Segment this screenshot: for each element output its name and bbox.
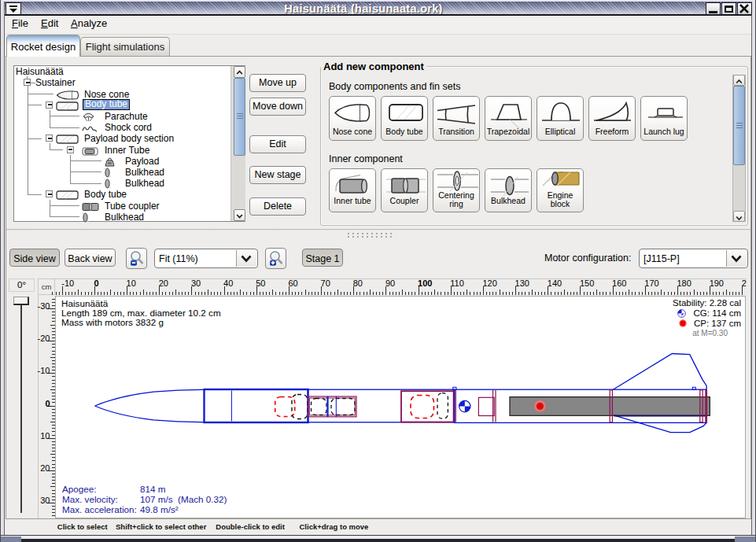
svg-text:180: 180 [677, 278, 691, 288]
svg-text:30: 30 [40, 496, 50, 505]
svg-text:-20: -20 [38, 334, 50, 343]
svg-text:60: 60 [288, 278, 297, 288]
svg-text:200: 200 [742, 278, 747, 288]
svg-text:100: 100 [418, 278, 432, 288]
svg-text:70: 70 [321, 278, 330, 288]
svg-text:160: 160 [612, 278, 626, 288]
svg-text:150: 150 [580, 278, 594, 288]
svg-text:0: 0 [45, 399, 50, 408]
svg-text:30: 30 [191, 278, 201, 288]
svg-text:-30: -30 [38, 301, 50, 311]
svg-text:-10: -10 [61, 278, 74, 288]
svg-text:110: 110 [450, 278, 464, 288]
svg-text:10: 10 [40, 431, 50, 441]
svg-text:170: 170 [644, 278, 658, 288]
svg-text:10: 10 [127, 278, 136, 288]
svg-text:80: 80 [353, 278, 363, 288]
svg-text:120: 120 [482, 278, 496, 288]
svg-text:0: 0 [94, 278, 98, 288]
svg-text:130: 130 [515, 278, 529, 288]
svg-text:140: 140 [548, 278, 562, 288]
svg-text:90: 90 [385, 278, 395, 288]
svg-text:-10: -10 [38, 366, 50, 375]
svg-text:20: 20 [40, 463, 50, 473]
svg-text:50: 50 [256, 278, 265, 288]
svg-text:40: 40 [223, 278, 233, 288]
svg-text:190: 190 [710, 278, 724, 288]
svg-text:20: 20 [159, 278, 168, 288]
